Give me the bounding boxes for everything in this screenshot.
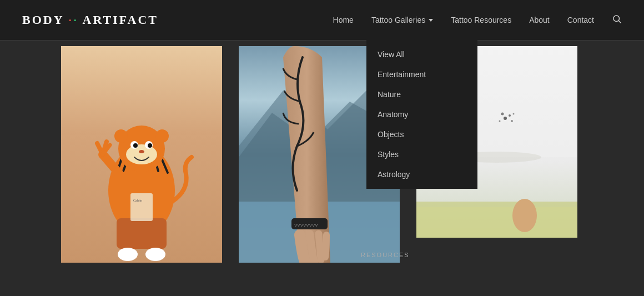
svg-point-17: [155, 129, 169, 143]
dropdown-entertainment[interactable]: Entertainment: [366, 64, 477, 84]
svg-text:VVVVVVVV: VVVVVVVV: [294, 223, 318, 228]
gallery-image-1[interactable]: Calvin: [61, 46, 222, 263]
svg-point-39: [499, 121, 501, 122]
svg-point-44: [512, 199, 537, 232]
nav-contact[interactable]: Contact: [567, 16, 594, 24]
nav-tattoo-galleries-label: Tattoo Galleries: [371, 16, 425, 24]
svg-point-14: [148, 143, 152, 148]
dropdown-astrology[interactable]: Astrology: [366, 164, 477, 184]
main-content: Calvin: [0, 41, 644, 263]
svg-point-35: [504, 117, 507, 120]
svg-line-1: [618, 21, 621, 23]
dropdown-anatomy[interactable]: Anatomy: [366, 104, 477, 124]
nav-about[interactable]: About: [529, 16, 550, 24]
tattoo-galleries-dropdown: View All Entertainment Nature Anatomy Ob…: [366, 40, 477, 189]
dropdown-view-all[interactable]: View All: [366, 44, 477, 64]
resources-label: RESOURCES: [361, 252, 410, 258]
svg-point-24: [145, 248, 165, 261]
search-button[interactable]: [612, 14, 622, 27]
svg-rect-43: [416, 207, 577, 238]
svg-point-23: [118, 248, 138, 261]
svg-point-38: [511, 120, 513, 122]
logo-text: BODY ⋅⋅ ARTIFACT: [22, 13, 158, 27]
nav-tattoo-resources[interactable]: Tattoo Resources: [451, 16, 511, 24]
site-logo[interactable]: BODY ⋅⋅ ARTIFACT: [22, 13, 158, 27]
nav-tattoo-galleries[interactable]: Tattoo Galleries: [371, 16, 433, 24]
dropdown-nature[interactable]: Nature: [366, 84, 477, 104]
svg-point-15: [139, 150, 144, 153]
dropdown-styles[interactable]: Styles: [366, 144, 477, 164]
site-header: BODY ⋅⋅ ARTIFACT Home Tattoo Galleries T…: [0, 0, 644, 40]
svg-point-16: [114, 129, 128, 143]
svg-point-40: [513, 113, 515, 115]
chevron-down-icon: [429, 19, 433, 22]
svg-point-36: [509, 114, 511, 117]
nav-home[interactable]: Home: [333, 16, 354, 24]
svg-point-10: [126, 144, 157, 164]
svg-point-37: [501, 113, 504, 116]
search-icon: [612, 14, 622, 24]
svg-text:Calvin: Calvin: [133, 199, 142, 202]
svg-point-13: [133, 143, 138, 148]
dropdown-objects[interactable]: Objects: [366, 124, 477, 144]
svg-rect-25: [130, 193, 153, 221]
gallery-tattoo-svg-1: Calvin: [61, 46, 222, 263]
svg-rect-22: [117, 218, 167, 249]
svg-point-0: [613, 16, 620, 22]
main-nav: Home Tattoo Galleries Tattoo Resources A…: [333, 14, 622, 27]
